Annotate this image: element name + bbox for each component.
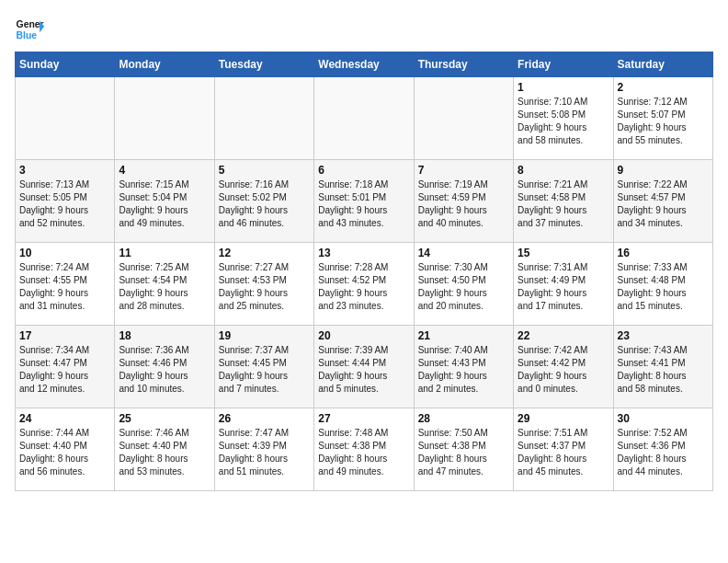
calendar-week-row: 1Sunrise: 7:10 AM Sunset: 5:08 PM Daylig…	[16, 77, 713, 160]
day-number: 12	[219, 247, 310, 259]
calendar-week-row: 17Sunrise: 7:34 AM Sunset: 4:47 PM Dayli…	[16, 326, 713, 408]
day-info: Sunrise: 7:33 AM Sunset: 4:48 PM Dayligh…	[618, 261, 709, 313]
calendar-cell: 14Sunrise: 7:30 AM Sunset: 4:50 PM Dayli…	[414, 243, 513, 326]
day-info: Sunrise: 7:10 AM Sunset: 5:08 PM Dayligh…	[518, 96, 609, 147]
svg-text:Blue: Blue	[17, 30, 38, 40]
day-info: Sunrise: 7:16 AM Sunset: 5:02 PM Dayligh…	[219, 178, 310, 230]
day-number: 28	[418, 412, 509, 425]
calendar-cell: 29Sunrise: 7:51 AM Sunset: 4:37 PM Dayli…	[514, 408, 613, 491]
page-header: General Blue	[15, 15, 713, 44]
day-info: Sunrise: 7:51 AM Sunset: 4:37 PM Dayligh…	[518, 427, 609, 478]
calendar-cell: 23Sunrise: 7:43 AM Sunset: 4:41 PM Dayli…	[613, 326, 712, 408]
calendar-cell: 1Sunrise: 7:10 AM Sunset: 5:08 PM Daylig…	[514, 77, 613, 160]
day-info: Sunrise: 7:52 AM Sunset: 4:36 PM Dayligh…	[618, 427, 709, 478]
day-number: 18	[119, 329, 210, 342]
weekday-header-saturday: Saturday	[613, 52, 712, 77]
day-number: 23	[618, 329, 709, 342]
calendar-cell	[214, 77, 313, 160]
day-number: 26	[219, 412, 310, 425]
calendar-cell: 4Sunrise: 7:15 AM Sunset: 5:04 PM Daylig…	[115, 160, 214, 243]
calendar-cell	[16, 77, 115, 160]
day-number: 3	[19, 164, 110, 177]
day-info: Sunrise: 7:21 AM Sunset: 4:58 PM Dayligh…	[518, 178, 609, 230]
calendar-cell	[115, 77, 214, 160]
day-info: Sunrise: 7:18 AM Sunset: 5:01 PM Dayligh…	[318, 178, 409, 230]
day-number: 9	[618, 164, 709, 177]
calendar-cell: 19Sunrise: 7:37 AM Sunset: 4:45 PM Dayli…	[214, 326, 313, 408]
calendar-cell: 27Sunrise: 7:48 AM Sunset: 4:38 PM Dayli…	[314, 408, 414, 491]
calendar-week-row: 10Sunrise: 7:24 AM Sunset: 4:55 PM Dayli…	[16, 243, 713, 326]
day-number: 16	[618, 247, 709, 259]
day-info: Sunrise: 7:24 AM Sunset: 4:55 PM Dayligh…	[19, 261, 110, 313]
weekday-header-tuesday: Tuesday	[214, 52, 313, 77]
calendar-cell: 7Sunrise: 7:19 AM Sunset: 4:59 PM Daylig…	[414, 160, 513, 243]
day-number: 17	[19, 329, 110, 342]
day-info: Sunrise: 7:39 AM Sunset: 4:44 PM Dayligh…	[318, 344, 409, 396]
day-info: Sunrise: 7:50 AM Sunset: 4:38 PM Dayligh…	[418, 427, 509, 478]
day-number: 29	[518, 412, 609, 425]
day-number: 21	[418, 329, 509, 342]
calendar-table: SundayMondayTuesdayWednesdayThursdayFrid…	[15, 52, 713, 491]
calendar-cell: 28Sunrise: 7:50 AM Sunset: 4:38 PM Dayli…	[414, 408, 513, 491]
day-number: 7	[418, 164, 509, 177]
weekday-header-sunday: Sunday	[16, 52, 115, 77]
day-number: 15	[518, 247, 609, 259]
calendar-cell: 15Sunrise: 7:31 AM Sunset: 4:49 PM Dayli…	[514, 243, 613, 326]
day-number: 2	[618, 81, 709, 94]
calendar-cell: 13Sunrise: 7:28 AM Sunset: 4:52 PM Dayli…	[314, 243, 414, 326]
day-number: 10	[19, 247, 110, 259]
calendar-cell: 22Sunrise: 7:42 AM Sunset: 4:42 PM Dayli…	[514, 326, 613, 408]
calendar-cell: 2Sunrise: 7:12 AM Sunset: 5:07 PM Daylig…	[613, 77, 712, 160]
day-number: 24	[19, 412, 110, 425]
calendar-cell: 5Sunrise: 7:16 AM Sunset: 5:02 PM Daylig…	[214, 160, 313, 243]
calendar-cell: 18Sunrise: 7:36 AM Sunset: 4:46 PM Dayli…	[115, 326, 214, 408]
day-number: 6	[318, 164, 409, 177]
day-number: 20	[318, 329, 409, 342]
weekday-header-thursday: Thursday	[414, 52, 513, 77]
day-info: Sunrise: 7:44 AM Sunset: 4:40 PM Dayligh…	[19, 427, 110, 478]
day-info: Sunrise: 7:27 AM Sunset: 4:53 PM Dayligh…	[219, 261, 310, 313]
day-info: Sunrise: 7:22 AM Sunset: 4:57 PM Dayligh…	[618, 178, 709, 230]
day-info: Sunrise: 7:43 AM Sunset: 4:41 PM Dayligh…	[618, 344, 709, 396]
weekday-header-wednesday: Wednesday	[314, 52, 414, 77]
calendar-cell: 25Sunrise: 7:46 AM Sunset: 4:40 PM Dayli…	[115, 408, 214, 491]
calendar-cell: 24Sunrise: 7:44 AM Sunset: 4:40 PM Dayli…	[16, 408, 115, 491]
day-number: 27	[318, 412, 409, 425]
day-number: 30	[618, 412, 709, 425]
calendar-cell: 11Sunrise: 7:25 AM Sunset: 4:54 PM Dayli…	[115, 243, 214, 326]
day-number: 19	[219, 329, 310, 342]
calendar-cell: 3Sunrise: 7:13 AM Sunset: 5:05 PM Daylig…	[16, 160, 115, 243]
day-info: Sunrise: 7:31 AM Sunset: 4:49 PM Dayligh…	[518, 261, 609, 313]
day-number: 13	[318, 247, 409, 259]
day-info: Sunrise: 7:47 AM Sunset: 4:39 PM Dayligh…	[219, 427, 310, 478]
day-info: Sunrise: 7:48 AM Sunset: 4:38 PM Dayligh…	[318, 427, 409, 478]
day-info: Sunrise: 7:12 AM Sunset: 5:07 PM Dayligh…	[618, 96, 709, 147]
day-number: 8	[518, 164, 609, 177]
calendar-cell: 10Sunrise: 7:24 AM Sunset: 4:55 PM Dayli…	[16, 243, 115, 326]
calendar-cell	[414, 77, 513, 160]
logo-icon: General Blue	[15, 15, 44, 44]
calendar-week-row: 24Sunrise: 7:44 AM Sunset: 4:40 PM Dayli…	[16, 408, 713, 491]
day-number: 22	[518, 329, 609, 342]
day-info: Sunrise: 7:46 AM Sunset: 4:40 PM Dayligh…	[119, 427, 210, 478]
day-number: 1	[518, 81, 609, 94]
calendar-header-row: SundayMondayTuesdayWednesdayThursdayFrid…	[16, 52, 713, 77]
day-info: Sunrise: 7:37 AM Sunset: 4:45 PM Dayligh…	[219, 344, 310, 396]
calendar-cell: 20Sunrise: 7:39 AM Sunset: 4:44 PM Dayli…	[314, 326, 414, 408]
day-info: Sunrise: 7:25 AM Sunset: 4:54 PM Dayligh…	[119, 261, 210, 313]
calendar-cell: 21Sunrise: 7:40 AM Sunset: 4:43 PM Dayli…	[414, 326, 513, 408]
day-info: Sunrise: 7:13 AM Sunset: 5:05 PM Dayligh…	[19, 178, 110, 230]
day-number: 14	[418, 247, 509, 259]
calendar-cell: 8Sunrise: 7:21 AM Sunset: 4:58 PM Daylig…	[514, 160, 613, 243]
calendar-cell: 26Sunrise: 7:47 AM Sunset: 4:39 PM Dayli…	[214, 408, 313, 491]
weekday-header-monday: Monday	[115, 52, 214, 77]
day-info: Sunrise: 7:34 AM Sunset: 4:47 PM Dayligh…	[19, 344, 110, 396]
day-number: 5	[219, 164, 310, 177]
calendar-cell: 6Sunrise: 7:18 AM Sunset: 5:01 PM Daylig…	[314, 160, 414, 243]
day-info: Sunrise: 7:40 AM Sunset: 4:43 PM Dayligh…	[418, 344, 509, 396]
calendar-cell: 17Sunrise: 7:34 AM Sunset: 4:47 PM Dayli…	[16, 326, 115, 408]
day-number: 4	[119, 164, 210, 177]
logo: General Blue	[15, 15, 44, 44]
day-info: Sunrise: 7:15 AM Sunset: 5:04 PM Dayligh…	[119, 178, 210, 230]
calendar-cell: 12Sunrise: 7:27 AM Sunset: 4:53 PM Dayli…	[214, 243, 313, 326]
